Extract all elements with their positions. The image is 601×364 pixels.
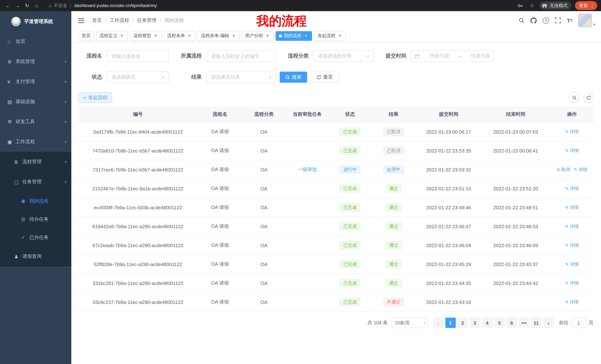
detail-link[interactable]: ✎详情 — [565, 185, 579, 192]
search-icon[interactable] — [519, 18, 524, 23]
table-row: 819442e8-7b9a-11ec-a290-acde48001122OA 请… — [78, 217, 594, 236]
page-button-11[interactable]: 11 — [531, 318, 541, 328]
user-menu[interactable]: ▾ — [579, 14, 595, 27]
key-icon[interactable] — [516, 1, 524, 10]
goto-page-input[interactable] — [571, 318, 586, 328]
result-cell: 已取消 — [371, 141, 416, 160]
close-icon[interactable]: × — [265, 33, 270, 38]
tab-process-form-edit[interactable]: 流程表单-编辑× — [198, 31, 240, 41]
cancel-link[interactable]: ⊘取消 — [557, 166, 570, 173]
category-select[interactable]: 请选择流程分类 ▾ — [313, 50, 374, 62]
toggle-search-button[interactable] — [569, 92, 580, 103]
back-icon[interactable]: ← — [4, 1, 12, 10]
sidebar-item-devtools[interactable]: ⚒研发工具∨ — [0, 112, 71, 132]
detail-link[interactable]: ✎详情 — [574, 166, 587, 173]
process-name: OA 请假 — [197, 236, 242, 255]
search-button[interactable]: 搜索 — [280, 72, 307, 83]
close-icon[interactable]: × — [303, 33, 309, 38]
page-more[interactable]: ••• — [519, 318, 529, 328]
end-time: 2022-01-22 23:44:42 — [481, 274, 550, 293]
breadcrumb-item[interactable]: 首页 — [92, 17, 102, 24]
date-range-picker[interactable]: 开始日期 - 结束日期 — [411, 50, 494, 62]
detail-link[interactable]: ✎详情 — [565, 280, 579, 286]
page-button-3[interactable]: 3 — [470, 318, 480, 328]
submit-time: 2022-01-22 23:45:29 — [416, 255, 481, 274]
reload-icon[interactable]: ↻ — [23, 1, 31, 10]
tab-user-group[interactable]: 用户分组× — [242, 31, 273, 41]
breadcrumb-item[interactable]: 任务管理 — [129, 17, 156, 24]
start-process-button[interactable]: + 发起流程 — [78, 92, 112, 103]
github-icon[interactable] — [531, 17, 537, 24]
page-size-select[interactable]: 10条/页 ▾ — [391, 318, 428, 328]
sidebar-item-process-management[interactable]: ≣流程管理∨ — [0, 152, 71, 172]
forward-icon[interactable]: → — [13, 1, 21, 10]
help-icon[interactable]: ? — [543, 17, 549, 24]
close-icon[interactable]: × — [231, 33, 236, 38]
close-icon[interactable]: × — [187, 33, 192, 38]
sidebar-item-done-task[interactable]: ✓已办任务 — [0, 228, 71, 246]
column-header: 流程分类 — [242, 106, 285, 122]
security-warning[interactable]: ⚠ 不安全 — [48, 2, 67, 9]
tab-my-process[interactable]: 我的流程× — [276, 31, 312, 41]
page-button-6[interactable]: 6 — [506, 318, 517, 328]
fullscreen-icon[interactable] — [555, 18, 561, 23]
page-button-2[interactable]: 2 — [457, 318, 468, 328]
page-button-4[interactable]: 4 — [482, 318, 492, 328]
collapse-menu-icon[interactable] — [78, 18, 84, 23]
close-icon[interactable]: × — [337, 33, 342, 38]
sidebar-item-task-management[interactable]: ▢任务管理∧ — [0, 172, 71, 192]
prev-page-button[interactable]: ‹ — [433, 318, 443, 328]
process-id-input[interactable] — [206, 50, 276, 62]
detail-link[interactable]: ✎详情 — [565, 147, 579, 154]
result-select[interactable]: 请选择流结果 ▾ — [206, 71, 276, 83]
tab-process-model[interactable]: 流程模型× — [130, 31, 161, 41]
detail-link[interactable]: ✎详情 — [565, 242, 579, 249]
process-name-input[interactable] — [107, 50, 169, 62]
breadcrumb: 首页 工作流程 任务管理 我的流程 — [92, 17, 184, 24]
sidebar-item-leave-query[interactable]: ♟请假查询 — [0, 246, 71, 266]
refresh-button[interactable] — [583, 92, 594, 103]
menu-dots-icon[interactable]: ⋮ — [590, 3, 595, 8]
detail-link[interactable]: ✎详情 — [565, 299, 579, 305]
close-icon[interactable]: × — [153, 33, 158, 38]
address-bar[interactable]: ⚠ 不安全 | dashboard.yudao.iocoder.cn/bpm/t… — [48, 2, 514, 9]
font-size-icon[interactable]: TT — [567, 17, 573, 24]
detail-link[interactable]: ✎详情 — [565, 204, 579, 211]
detail-link[interactable]: ✎详情 — [565, 223, 579, 230]
sidebar-item-payment[interactable]: ¥支付管理∨ — [0, 72, 71, 92]
sidebar-item-system[interactable]: ⚙系统管理∨ — [0, 52, 71, 72]
sidebar-item-infrastructure[interactable]: ▤基础设施∨ — [0, 92, 71, 112]
end-date-placeholder[interactable]: 结束日期 — [471, 53, 490, 59]
detail-link[interactable]: ✎详情 — [565, 129, 579, 135]
sidebar-item-my-process[interactable]: ◉我的流程 — [0, 192, 71, 210]
current-task-cell — [285, 198, 329, 217]
tab-label: 我的流程 — [284, 33, 302, 39]
bookmark-star-icon[interactable]: ☆ — [528, 1, 536, 10]
detail-link[interactable]: ✎详情 — [565, 261, 579, 267]
page-button-5[interactable]: 5 — [494, 318, 505, 328]
incognito-badge[interactable]: 无痕模式 — [540, 1, 571, 10]
active-tab-dot — [279, 34, 282, 37]
close-icon[interactable]: × — [119, 33, 124, 38]
actions-cell: ✎详情 — [551, 122, 594, 141]
table-row: 3ad174fb-7b9d-11ec-8404-acde48001122OA 请… — [78, 122, 594, 141]
home-icon[interactable]: ⌂ — [33, 1, 41, 10]
next-page-button[interactable]: › — [543, 318, 554, 328]
status-select[interactable]: 请选择状态 ▾ — [107, 71, 169, 83]
start-date-placeholder[interactable]: 开始日期 — [430, 53, 449, 59]
sidebar-item-home[interactable]: ⌂首页 — [0, 31, 71, 52]
breadcrumb-item[interactable]: 工作流程 — [102, 17, 129, 24]
page-button-1[interactable]: 1 — [445, 318, 456, 328]
sidebar-item-todo-task[interactable]: ◎待办任务 — [0, 210, 71, 228]
update-button[interactable]: 更新 ⋮ — [575, 1, 597, 10]
action-label: 详情 — [570, 185, 579, 192]
tab-process-definition[interactable]: 流程定义× — [96, 31, 128, 41]
tab-home[interactable]: 首页 — [78, 31, 94, 41]
cancel-icon: ⊘ — [557, 167, 560, 172]
tab-start-process[interactable]: 发起流程× — [314, 31, 346, 41]
reset-button[interactable]: 重置 — [311, 72, 338, 83]
avatar[interactable] — [579, 14, 592, 27]
sidebar-item-workflow[interactable]: ▣工作流程∧ — [0, 132, 71, 152]
tab-process-form[interactable]: 流程表单× — [164, 31, 195, 41]
current-task-link[interactable]: 一级审批 — [298, 166, 317, 173]
